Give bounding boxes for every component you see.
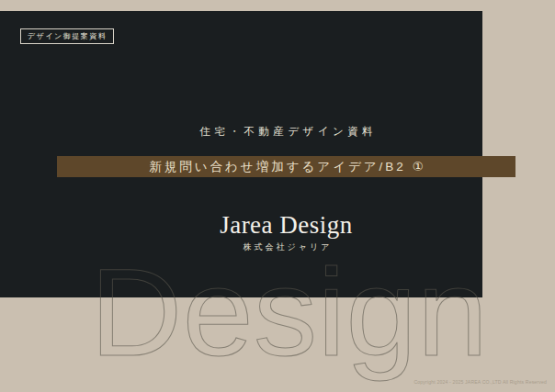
title-text: 新規問い合わせ増加するアイデア/B2 ① [146, 159, 425, 175]
proposal-badge: デザイン御提案資料 [20, 28, 114, 44]
dark-panel [0, 11, 482, 297]
title-banner: 新規問い合わせ増加するアイデア/B2 ① [57, 156, 515, 177]
company-name: 株式会社ジャリア [57, 241, 515, 253]
copyright-notice: Copyright 2024 - 2025 JAREA CO.,LTD All … [414, 380, 547, 385]
slide-cover: Design デザイン御提案資料 住宅・不動産デザイン資料 新規問い合わせ増加す… [0, 0, 555, 392]
subtitle: 住宅・不動産デザイン資料 [57, 125, 515, 139]
company-logo: Jarea Design [57, 211, 515, 240]
proposal-badge-label: デザイン御提案資料 [28, 31, 107, 41]
